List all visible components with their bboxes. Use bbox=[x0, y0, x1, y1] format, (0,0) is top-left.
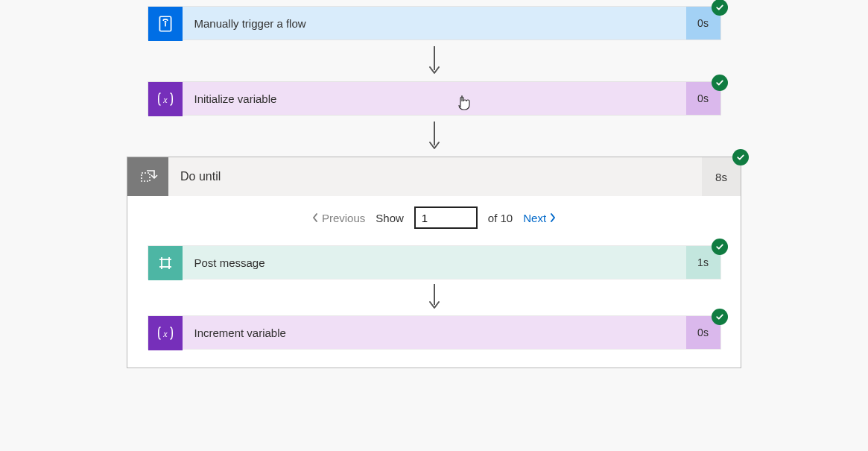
svg-rect-5 bbox=[142, 173, 150, 181]
success-badge bbox=[712, 239, 728, 255]
step-label: Post message bbox=[183, 246, 686, 279]
step-initialize-variable[interactable]: x Initialize variable 0s bbox=[148, 81, 721, 116]
show-label: Show bbox=[376, 212, 404, 224]
connector-arrow bbox=[425, 40, 443, 81]
loop-title: Do until bbox=[168, 157, 702, 196]
chevron-left-icon bbox=[311, 212, 319, 223]
variable-icon: x bbox=[148, 82, 183, 116]
svg-point-1 bbox=[164, 21, 166, 23]
step-label: Initialize variable bbox=[183, 82, 686, 115]
success-badge bbox=[712, 0, 728, 16]
loop-icon bbox=[127, 157, 168, 196]
next-button[interactable]: Next bbox=[523, 212, 557, 224]
previous-label: Previous bbox=[322, 212, 365, 224]
step-label: Increment variable bbox=[183, 316, 686, 349]
slack-icon bbox=[148, 246, 183, 280]
trigger-icon bbox=[148, 7, 183, 41]
next-label: Next bbox=[523, 212, 546, 224]
step-trigger[interactable]: Manually trigger a flow 0s bbox=[148, 6, 721, 40]
previous-button[interactable]: Previous bbox=[311, 212, 365, 224]
connector-arrow bbox=[425, 280, 443, 315]
of-label: of 10 bbox=[488, 212, 513, 224]
chevron-right-icon bbox=[549, 212, 557, 223]
flow-canvas: Manually trigger a flow 0s x Initialize … bbox=[0, 0, 868, 451]
step-post-message[interactable]: Post message 1s bbox=[148, 245, 721, 280]
success-badge bbox=[732, 149, 749, 165]
iteration-pager: Previous Show of 10 Next bbox=[147, 206, 721, 229]
iteration-input[interactable] bbox=[414, 206, 478, 229]
loop-do-until: Do until 8s Previous Show of 10 Next bbox=[127, 157, 741, 368]
loop-body: Previous Show of 10 Next bbox=[127, 196, 741, 368]
step-increment-variable[interactable]: x Increment variable 0s bbox=[148, 315, 721, 350]
svg-text:x: x bbox=[162, 329, 168, 339]
success-badge bbox=[712, 75, 728, 91]
loop-header[interactable]: Do until 8s bbox=[127, 157, 741, 196]
connector-arrow bbox=[425, 116, 443, 157]
success-badge bbox=[712, 309, 728, 325]
svg-text:x: x bbox=[162, 95, 168, 105]
variable-icon: x bbox=[148, 316, 183, 350]
step-label: Manually trigger a flow bbox=[183, 7, 686, 40]
